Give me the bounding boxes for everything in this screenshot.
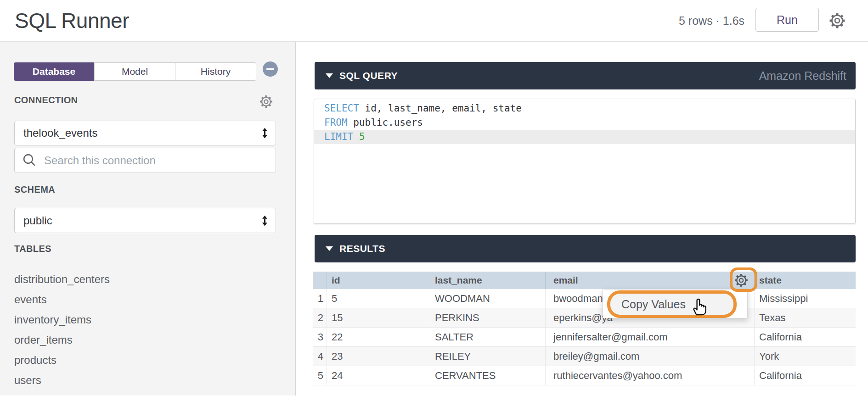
cell-state: Mississippi bbox=[755, 289, 856, 308]
table-item-products[interactable]: products bbox=[0, 350, 295, 370]
row-number: 2 bbox=[313, 308, 327, 327]
results-table: id last_name email state 1 5 WOODMAN bwo… bbox=[313, 272, 856, 385]
column-header-state[interactable]: state bbox=[755, 272, 856, 289]
schema-label: SCHEMA bbox=[14, 184, 55, 195]
table-row[interactable]: 1 5 WOODMAN bwoodman@ Mississippi bbox=[313, 289, 856, 308]
top-bar: SQL Runner 5 rows · 1.6s Run bbox=[0, 0, 868, 42]
connection-label: CONNECTION bbox=[14, 95, 78, 106]
cell-id: 22 bbox=[327, 328, 426, 346]
connection-select-value: thelook_events bbox=[23, 127, 97, 139]
query-status: 5 rows · 1.6s bbox=[679, 0, 744, 41]
connection-settings-gear-icon[interactable] bbox=[259, 95, 273, 109]
sidebar-tabs: Database Model History bbox=[14, 62, 256, 81]
row-number: 5 bbox=[313, 366, 327, 385]
table-item-order-items[interactable]: order_items bbox=[0, 330, 295, 350]
table-item-events[interactable]: events bbox=[0, 290, 295, 310]
search-icon bbox=[22, 153, 38, 168]
cell-last-name: REILEY bbox=[426, 347, 546, 366]
schema-select-value: public bbox=[23, 214, 52, 227]
cell-email: breiley@gmail.com bbox=[546, 347, 755, 366]
caret-down-icon bbox=[326, 73, 333, 78]
row-number: 3 bbox=[313, 328, 327, 346]
table-row[interactable]: 4 23 REILEY breiley@gmail.com York bbox=[313, 347, 856, 366]
table-row[interactable]: 5 24 CERVANTES ruthiecervantes@yahoo.com… bbox=[313, 366, 856, 385]
cell-state: York bbox=[755, 347, 856, 366]
run-button[interactable]: Run bbox=[755, 8, 819, 32]
results-header-row: id last_name email state bbox=[313, 272, 856, 289]
sql-line: SELECT id, last_name, email, state bbox=[314, 101, 855, 116]
sql-line-active: LIMIT 5 bbox=[314, 130, 855, 144]
column-header-email[interactable]: email bbox=[546, 272, 755, 289]
connection-search[interactable] bbox=[14, 148, 276, 173]
cell-id: 23 bbox=[327, 347, 426, 366]
cell-state: California bbox=[755, 366, 856, 385]
sql-runner-app: SQL Runner 5 rows · 1.6s Run Database Mo… bbox=[0, 0, 868, 412]
column-options-gear-icon[interactable] bbox=[734, 273, 749, 288]
cell-last-name: PERKINS bbox=[426, 308, 546, 327]
cell-email: ruthiecervantes@yahoo.com bbox=[546, 366, 755, 385]
up-down-stepper-icon bbox=[262, 215, 268, 226]
sql-line: FROM public.users bbox=[314, 116, 855, 130]
column-header-last-name[interactable]: last_name bbox=[426, 272, 546, 289]
cell-state: California bbox=[755, 328, 856, 346]
cell-email: jennifersalter@gmail.com bbox=[546, 328, 755, 346]
cell-last-name: WOODMAN bbox=[426, 289, 546, 308]
up-down-stepper-icon bbox=[262, 128, 268, 139]
tab-history[interactable]: History bbox=[175, 62, 256, 81]
row-number: 1 bbox=[313, 289, 327, 308]
copy-values-label: Copy Values bbox=[621, 298, 686, 311]
sql-query-panel-title: SQL QUERY bbox=[339, 70, 398, 81]
results-panel-title: RESULTS bbox=[339, 243, 385, 254]
cell-last-name: SALTER bbox=[426, 328, 546, 346]
cell-id: 24 bbox=[327, 366, 426, 385]
table-item-users[interactable]: users bbox=[0, 370, 295, 390]
row-number-header bbox=[313, 272, 327, 289]
copy-values-menu-item[interactable]: Copy Values bbox=[607, 290, 737, 318]
cell-id: 15 bbox=[327, 308, 426, 327]
table-item-distribution-centers[interactable]: distribution_centers bbox=[0, 269, 295, 290]
table-row[interactable]: 2 15 PERKINS eperkins@ya Texas bbox=[313, 308, 856, 328]
cell-last-name: CERVANTES bbox=[426, 366, 546, 385]
connection-dialect: Amazon Redshift bbox=[759, 69, 846, 83]
tables-label: TABLES bbox=[14, 244, 51, 254]
schema-select[interactable]: public bbox=[14, 208, 276, 233]
collapse-sidebar-minus-circle-icon[interactable] bbox=[263, 61, 278, 77]
tab-model[interactable]: Model bbox=[94, 62, 175, 81]
cell-id: 5 bbox=[327, 289, 426, 308]
sql-query-panel-header[interactable]: SQL QUERY Amazon Redshift bbox=[315, 62, 856, 89]
table-item-inventory-items[interactable]: inventory_items bbox=[0, 310, 295, 330]
caret-down-icon bbox=[326, 246, 333, 251]
connection-select[interactable]: thelook_events bbox=[14, 121, 276, 145]
tab-database[interactable]: Database bbox=[14, 62, 94, 81]
sidebar: Database Model History CONNECTION theloo… bbox=[0, 41, 296, 395]
column-header-id[interactable]: id bbox=[327, 272, 426, 289]
search-input[interactable] bbox=[43, 154, 276, 167]
results-panel-header[interactable]: RESULTS bbox=[315, 235, 856, 262]
tables-list: distribution_centers events inventory_it… bbox=[0, 269, 295, 390]
settings-gear-icon[interactable] bbox=[829, 12, 846, 29]
row-number: 4 bbox=[313, 347, 327, 366]
cell-state: Texas bbox=[755, 308, 856, 327]
table-row[interactable]: 3 22 SALTER jennifersalter@gmail.com Cal… bbox=[313, 328, 856, 347]
page-title: SQL Runner bbox=[15, 0, 129, 41]
sql-editor[interactable]: SELECT id, last_name, email, state FROM … bbox=[314, 99, 856, 224]
